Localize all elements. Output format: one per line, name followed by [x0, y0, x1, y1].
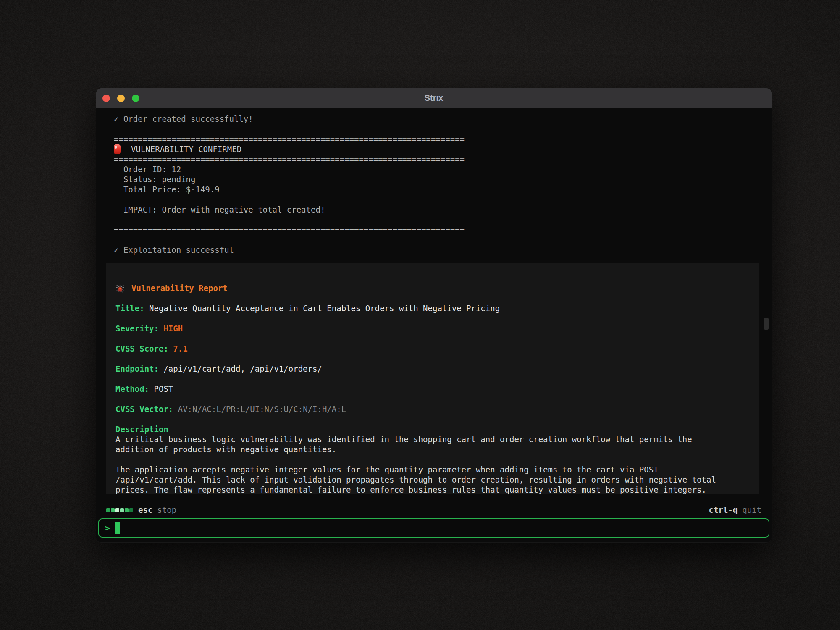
description-paragraphs: A critical business logic vulnerability … — [116, 434, 749, 494]
field-value: /api/v1/cart/add, /api/v1/orders/ — [159, 364, 322, 373]
terminal-line-check: ✓ Order created successfully! — [114, 114, 772, 124]
terminal-line-detail: Status: pending — [114, 174, 772, 184]
field-value: POST — [149, 384, 173, 394]
terminal-line-blank — [114, 124, 772, 134]
command-input[interactable]: > — [98, 518, 769, 538]
report-field: Severity: HIGH — [116, 323, 749, 333]
report-field: CVSS Score: 7.1 — [116, 344, 749, 354]
terminal-line-separator: ========================================… — [114, 154, 772, 164]
field-value: 7.1 — [168, 344, 188, 353]
spinner-square — [116, 508, 119, 512]
terminal-line-detail: IMPACT: Order with negative total create… — [114, 205, 772, 215]
ctrl-q-key-hint: ctrl-q — [709, 505, 738, 514]
report-header-label: Vulnerability Report — [131, 283, 228, 293]
report-fields: Title: Negative Quantity Acceptance in C… — [116, 303, 749, 414]
field-label: Method: — [116, 384, 149, 394]
spinner-square — [106, 508, 110, 512]
terminal-line-blank — [114, 235, 772, 245]
terminal-line-check: ✓ Exploitation successful — [114, 245, 772, 255]
activity-spinner — [106, 508, 133, 512]
spinner-square — [129, 508, 133, 512]
quit-action-label: quit — [742, 505, 761, 514]
app-window: Strix ✓ Order created successfully! ====… — [96, 88, 772, 543]
text-cursor — [115, 522, 120, 534]
scrollbar-thumb[interactable] — [764, 318, 769, 330]
window-title: Strix — [96, 93, 772, 103]
stop-action-label: stop — [157, 505, 176, 514]
terminal-content: ✓ Order created successfully! ==========… — [96, 108, 772, 542]
report-header: Vulnerability Report — [116, 283, 749, 293]
siren-icon — [114, 144, 121, 154]
terminal-line-confirmed: VULNERABILITY CONFIRMED — [114, 144, 772, 154]
terminal-line-detail: Order ID: 12 — [114, 164, 772, 174]
field-value: AV:N/AC:L/PR:L/UI:N/S:U/C:N/I:H/A:L — [173, 404, 346, 414]
report-field: Endpoint: /api/v1/cart/add, /api/v1/orde… — [116, 364, 749, 374]
description-paragraph: A critical business logic vulnerability … — [116, 434, 749, 454]
report-field: Method: POST — [116, 384, 749, 394]
esc-key-hint: esc — [138, 505, 152, 514]
terminal-line-separator: ========================================… — [114, 225, 772, 235]
spinner-square — [120, 508, 124, 512]
title-bar: Strix — [96, 88, 772, 108]
vulnerability-report-panel: Vulnerability Report Title: Negative Qua… — [106, 263, 759, 494]
terminal-line-detail: Total Price: $-149.9 — [114, 184, 772, 194]
terminal-output: ✓ Order created successfully! ==========… — [96, 108, 772, 255]
field-label: Severity: — [116, 324, 159, 333]
prompt-symbol: > — [105, 523, 110, 533]
confirmed-label: VULNERABILITY CONFIRMED — [131, 144, 242, 154]
description-paragraph: The application accepts negative integer… — [116, 465, 749, 494]
terminal-line-blank — [114, 194, 772, 205]
terminal-line-separator: ========================================… — [114, 134, 772, 144]
terminal-line-blank — [114, 215, 772, 225]
description-heading: Description — [116, 424, 749, 434]
spinner-square — [111, 508, 115, 512]
report-field: CVSS Vector: AV:N/AC:L/PR:L/UI:N/S:U/C:N… — [116, 404, 749, 414]
field-label: CVSS Score: — [116, 344, 168, 353]
field-value: HIGH — [159, 324, 183, 333]
spider-icon — [116, 284, 125, 293]
spinner-square — [125, 508, 129, 512]
status-bar: esc stop ctrl-q quit — [96, 505, 772, 515]
field-label: Title: — [116, 304, 144, 313]
field-value: Negative Quantity Acceptance in Cart Ena… — [144, 304, 500, 313]
field-label: CVSS Vector: — [116, 404, 173, 414]
report-field: Title: Negative Quantity Acceptance in C… — [116, 303, 749, 313]
field-label: Endpoint: — [116, 364, 159, 373]
